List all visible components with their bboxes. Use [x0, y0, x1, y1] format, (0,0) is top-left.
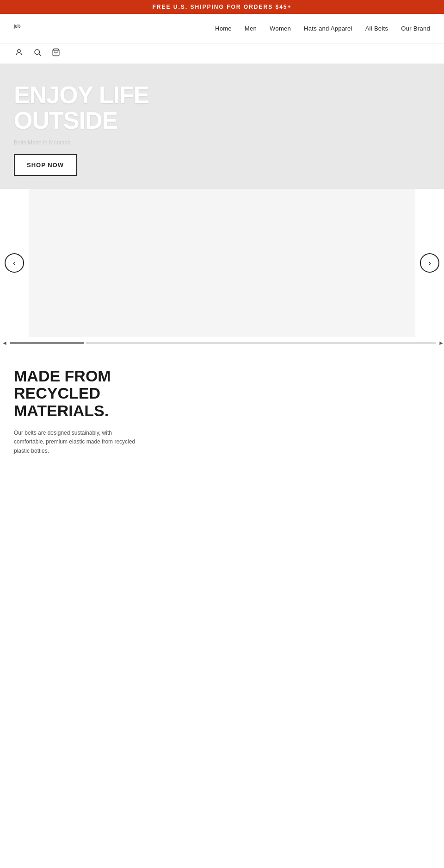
- info-body: Our belts are designed sustainably, with…: [14, 429, 143, 456]
- hero-subtitle: Belts Made in Montana: [14, 139, 149, 146]
- nav-all-belts[interactable]: All Belts: [365, 25, 388, 32]
- header: jelt· Home Men Women Hats and Apparel Al…: [0, 14, 444, 44]
- nav-our-brand[interactable]: Our Brand: [401, 25, 430, 32]
- account-icon[interactable]: [14, 47, 24, 60]
- nav-home[interactable]: Home: [215, 25, 232, 32]
- hero-title-line2: OUTSIDE: [14, 107, 117, 134]
- nav-men[interactable]: Men: [245, 25, 257, 32]
- logo-dot: ·: [20, 24, 21, 29]
- hero-title: ENJOY LIFE OUTSIDE: [14, 82, 149, 133]
- progress-arrow-right[interactable]: ►: [438, 340, 444, 346]
- svg-point-0: [18, 50, 20, 52]
- nav-women[interactable]: Women: [270, 25, 291, 32]
- nav-hats-apparel[interactable]: Hats and Apparel: [304, 25, 352, 32]
- carousel-prev-button[interactable]: ‹: [5, 253, 24, 273]
- product-grid: [0, 469, 444, 868]
- logo[interactable]: jelt·: [14, 19, 21, 38]
- hero-section: ENJOY LIFE OUTSIDE Belts Made in Montana…: [0, 64, 444, 189]
- hero-content: ENJOY LIFE OUTSIDE Belts Made in Montana…: [14, 82, 149, 176]
- logo-text: jelt: [14, 24, 20, 29]
- shop-now-button[interactable]: SHOP NOW: [14, 154, 77, 176]
- progress-bar-filled: [10, 342, 84, 344]
- carousel-content: [29, 189, 415, 337]
- announcement-text: FREE U.S. SHIPPING FOR ORDERS $45+: [152, 4, 291, 10]
- carousel-next-button[interactable]: ›: [420, 253, 439, 273]
- cart-icon[interactable]: [51, 47, 61, 60]
- progress-bar-empty: [86, 342, 436, 344]
- announcement-bar: FREE U.S. SHIPPING FOR ORDERS $45+: [0, 0, 444, 14]
- info-title: MADE FROM RECYCLED MATERIALS.: [14, 368, 180, 419]
- svg-line-2: [39, 54, 41, 56]
- info-section: MADE FROM RECYCLED MATERIALS. Our belts …: [0, 349, 194, 469]
- progress-arrow-left[interactable]: ◄: [2, 340, 7, 346]
- carousel-progress: ◄ ►: [0, 337, 444, 349]
- search-icon[interactable]: [32, 47, 43, 60]
- icon-bar: [0, 44, 444, 64]
- carousel-prev-icon: ‹: [13, 258, 16, 268]
- hero-title-line1: ENJOY LIFE: [14, 81, 149, 108]
- main-nav: Home Men Women Hats and Apparel All Belt…: [215, 25, 430, 32]
- carousel-next-icon: ›: [428, 258, 431, 268]
- svg-point-1: [35, 50, 40, 55]
- carousel-section: ‹ ›: [0, 189, 444, 337]
